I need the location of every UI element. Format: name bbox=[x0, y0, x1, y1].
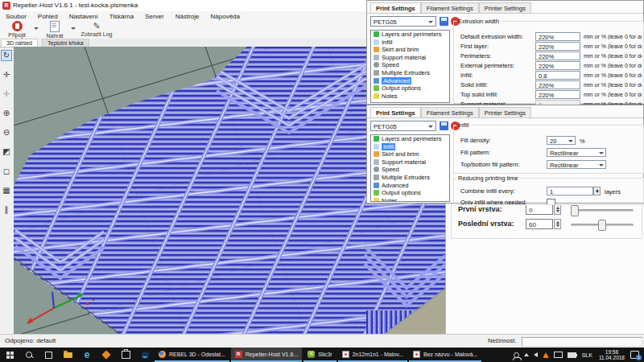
rotate-tool-icon[interactable]: ↻ bbox=[1, 50, 12, 61]
viewport-tool-strip: ↻ ✛ ✛ ⊕ ⊖ ◩ ◻ ▦ ∥ bbox=[0, 47, 14, 335]
task-view-icon[interactable] bbox=[39, 348, 58, 362]
wrench-icon bbox=[374, 78, 379, 84]
reducing-time-group: Reducing printing time Combine infill ev… bbox=[453, 175, 644, 205]
solid-infill-width-input[interactable]: 220% bbox=[535, 80, 580, 89]
menu-item-napoveda[interactable]: Nápověda bbox=[205, 13, 246, 20]
menu-item-tiskarna[interactable]: Tiskárna bbox=[104, 13, 139, 20]
load-dropdown-icon[interactable] bbox=[71, 27, 76, 30]
photo-app-icon[interactable] bbox=[97, 348, 116, 362]
tab-printer-settings[interactable]: Printer Settings bbox=[479, 2, 531, 13]
clock[interactable]: 19:58 11.04.2018 bbox=[599, 349, 625, 360]
support-icon bbox=[374, 55, 379, 60]
fill-pattern-select[interactable]: Rectilinear bbox=[547, 148, 606, 157]
show-log-button[interactable]: ✎ Zobrazit Log bbox=[77, 21, 116, 37]
last-layer-slider-handle[interactable] bbox=[598, 220, 606, 231]
first-layer-spinner[interactable] bbox=[554, 204, 561, 215]
tab-print-settings[interactable]: Print Settings bbox=[370, 2, 421, 13]
tree-item-notes: Notes bbox=[371, 93, 449, 101]
tab-filament-settings[interactable]: Filament Settings bbox=[421, 2, 479, 13]
taskbar-window-repetier[interactable]: R Repetier-Host V1.6... bbox=[231, 348, 302, 362]
battery-icon[interactable] bbox=[568, 352, 576, 358]
hidden-icons-icon[interactable] bbox=[524, 353, 529, 356]
last-layer-slider[interactable] bbox=[571, 224, 634, 226]
parallel-projection-icon[interactable]: ∥ bbox=[1, 204, 12, 216]
start-button[interactable] bbox=[0, 348, 19, 362]
paint-icon bbox=[342, 351, 349, 358]
default-extrusion-width-input[interactable]: 220% bbox=[535, 32, 580, 41]
first-layer-slider-handle[interactable] bbox=[571, 205, 579, 216]
iso-view-icon[interactable]: ◩ bbox=[1, 146, 12, 158]
support-icon bbox=[374, 159, 379, 165]
tab-print-settings-2[interactable]: Print Settings bbox=[370, 107, 421, 117]
save-preset-icon[interactable] bbox=[440, 17, 448, 26]
combine-infill-input[interactable]: 1 bbox=[547, 187, 593, 195]
first-layer-width-input[interactable]: 220% bbox=[535, 42, 580, 51]
tab-filament-settings-2[interactable]: Filament Settings bbox=[421, 107, 479, 117]
save-preset-icon-2[interactable] bbox=[440, 121, 448, 130]
settings-tree-2[interactable]: Layers and perimeters Infill Skirt and b… bbox=[370, 134, 450, 202]
combine-infill-spinner[interactable] bbox=[593, 187, 601, 195]
move-object-tool-icon[interactable]: ✛ bbox=[1, 69, 12, 80]
volume-icon[interactable] bbox=[534, 352, 538, 357]
only-infill-checkbox[interactable] bbox=[547, 199, 555, 205]
load-button[interactable]: Nahrát bbox=[42, 21, 68, 39]
tree-item-skirt: Skirt and brim bbox=[371, 46, 449, 54]
move-view-tool-icon[interactable]: ✛ bbox=[1, 88, 12, 100]
notes-icon bbox=[374, 198, 379, 202]
tree-item-infill: Infill bbox=[371, 39, 449, 47]
idle-status: Nečinnost. bbox=[488, 337, 516, 344]
preset-select-2[interactable]: PETG05 bbox=[370, 121, 436, 131]
taskbar-window-slic3r[interactable]: S Slic3r bbox=[303, 348, 336, 362]
last-layer-spinner[interactable] bbox=[554, 219, 561, 229]
connect-button[interactable]: Připojit bbox=[3, 21, 31, 38]
menu-item-soubor[interactable]: Soubor bbox=[0, 13, 32, 20]
firefox-icon bbox=[159, 351, 166, 358]
repetier-app-icon: R bbox=[2, 2, 10, 10]
layers-icon bbox=[374, 31, 379, 37]
top-view-icon[interactable]: ▦ bbox=[1, 185, 12, 196]
document-icon bbox=[50, 21, 60, 32]
menu-item-nastroje[interactable]: Nástroje bbox=[170, 13, 205, 20]
zoom-in-tool-icon[interactable]: ⊕ bbox=[1, 108, 12, 119]
last-layer-value[interactable]: 60 bbox=[526, 219, 553, 229]
extruders-icon bbox=[374, 175, 379, 180]
menu-item-server[interactable]: Server bbox=[139, 13, 170, 20]
action-center-icon[interactable]: 1 bbox=[630, 351, 639, 359]
language-indicator[interactable]: SLK bbox=[582, 352, 592, 358]
infill-width-input[interactable]: 0.8 bbox=[535, 71, 580, 80]
menu-item-pohled[interactable]: Pohled bbox=[32, 13, 64, 20]
top-bottom-pattern-select[interactable]: Rectilinear bbox=[547, 160, 606, 169]
perimeters-width-input[interactable]: 220% bbox=[535, 51, 580, 60]
file-explorer-icon[interactable] bbox=[58, 348, 77, 362]
edge-icon[interactable]: e bbox=[77, 348, 97, 362]
first-layer-value[interactable]: 0 bbox=[526, 204, 553, 215]
front-view-icon[interactable]: ◻ bbox=[1, 166, 12, 177]
preset-select[interactable]: PETG05 bbox=[370, 16, 436, 27]
output-icon bbox=[374, 190, 379, 195]
notification-badge: 1 bbox=[636, 355, 642, 360]
tab-printer-settings-2[interactable]: Printer Settings bbox=[479, 107, 531, 117]
top-solid-infill-width-input[interactable]: 220% bbox=[535, 90, 580, 99]
taskbar-window-paint-2[interactable]: Bez názvu - Malová... bbox=[409, 348, 481, 362]
first-layer-slider[interactable] bbox=[571, 209, 634, 212]
settings-tree[interactable]: Layers and perimeters Infill Skirt and b… bbox=[370, 30, 450, 103]
connection-status: Odpojeno: default bbox=[5, 337, 56, 344]
display-icon[interactable] bbox=[554, 352, 563, 358]
search-icon[interactable] bbox=[19, 348, 39, 362]
system-tray: SLK 19:58 11.04.2018 1 bbox=[511, 349, 644, 360]
taskbar-window-firefox[interactable]: REBEL 3D - Odeslat... bbox=[155, 348, 229, 362]
antivirus-icon[interactable] bbox=[543, 352, 549, 358]
tree-item-speed: Speed bbox=[371, 61, 449, 69]
external-perimeters-width-input[interactable]: 220% bbox=[535, 61, 580, 70]
store-icon[interactable] bbox=[116, 348, 135, 362]
connect-icon bbox=[12, 21, 23, 31]
paint3d-icon[interactable] bbox=[135, 348, 155, 362]
connect-dropdown-icon[interactable] bbox=[34, 27, 39, 30]
fill-density-select[interactable]: 20 bbox=[547, 136, 576, 145]
window-title: Repetier-Host V1.6.1 - test-kocka-pismen… bbox=[13, 2, 138, 9]
menu-item-nastaveni[interactable]: Nastavení bbox=[64, 13, 104, 20]
tree-item-notes-2: Notes bbox=[371, 197, 449, 202]
taskbar-window-paint-1[interactable]: 2n12m1n1 - Malov... bbox=[338, 348, 407, 362]
people-icon[interactable] bbox=[514, 352, 519, 358]
zoom-out-tool-icon[interactable]: ⊖ bbox=[1, 127, 12, 138]
